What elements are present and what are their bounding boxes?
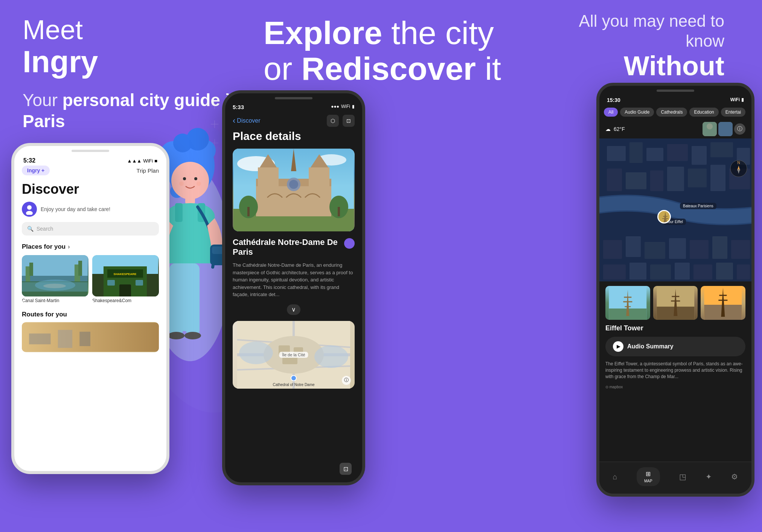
bottom-nav: ⌂ ⊞ MAP ◳ ✦ ⚙	[599, 462, 751, 494]
favorite-dot[interactable]	[344, 238, 355, 249]
svg-rect-120	[710, 165, 725, 191]
search-icon: 🔍	[27, 226, 34, 232]
place-description: The Cathédrale Notre-Dame de Paris, an e…	[225, 261, 362, 304]
svg-rect-82	[258, 167, 279, 213]
svg-point-88	[289, 180, 298, 189]
wifi-icon-center: WiFi	[341, 104, 350, 110]
notch-bar-right	[657, 90, 694, 92]
nav-bookmarks[interactable]: ◳	[679, 472, 686, 481]
eiffel-thumb-3[interactable]	[701, 286, 745, 320]
wifi-icon: WiFi	[143, 158, 153, 164]
svg-rect-132	[675, 263, 690, 280]
share-icon[interactable]: ⬡	[327, 115, 339, 127]
phone-left: 5:32 ▲▲▲ WiFi ■ Ingry + Trip Plan Discov…	[11, 143, 169, 474]
ingry-badge[interactable]: Ingry +	[22, 166, 50, 175]
map-nav-label: MAP	[644, 479, 652, 483]
eiffel-thumb-2[interactable]	[653, 286, 698, 320]
phone-left-shell: 5:32 ▲▲▲ WiFi ■ Ingry + Trip Plan Discov…	[11, 143, 169, 474]
notch-bar-center	[275, 97, 312, 99]
signal-icon: ▲▲▲	[127, 158, 142, 164]
info-icon-right[interactable]: ⓘ	[734, 123, 745, 135]
svg-rect-128	[731, 240, 750, 259]
svg-rect-42	[175, 203, 183, 222]
phone-right-shell: 15:30 WiFi ▮ All Audio Guide Cathedrals …	[596, 83, 754, 497]
svg-rect-109	[629, 142, 643, 163]
places-section-title: Places for you ›	[22, 243, 159, 251]
status-bar-right: 15:30 WiFi ▮	[599, 94, 751, 105]
trip-plan-btn[interactable]: Trip Plan	[137, 167, 159, 174]
avatar	[22, 202, 37, 217]
tab-entertainment[interactable]: Entertai	[721, 108, 745, 117]
center-hero-section: Explore the city or Rediscover it	[264, 15, 501, 86]
expand-button[interactable]: ∨	[225, 304, 362, 321]
battery-icon-center: ▮	[352, 104, 355, 110]
svg-rect-113	[710, 142, 733, 157]
map-preview[interactable]: Île de la Cité ⓘ Cathedral of Notre Dame	[233, 321, 355, 389]
map-info-icon[interactable]: ⓘ	[342, 376, 351, 385]
map-label-bateaux: Bateaux Parisiens	[680, 203, 716, 209]
audio-summary-button[interactable]: ▶ Audio Summary	[605, 337, 745, 356]
svg-rect-111	[667, 144, 688, 161]
settings-icon: ⚙	[731, 472, 738, 481]
svg-rect-73	[58, 330, 72, 348]
nav-settings[interactable]: ⚙	[731, 472, 738, 481]
place-name: Cathédrale Notre-Dame De Paris	[233, 237, 338, 257]
canal-image	[22, 255, 88, 296]
eiffel-pin[interactable]	[657, 210, 671, 223]
svg-rect-126	[690, 240, 709, 259]
place-card-1[interactable]: Canal Saint-Martin	[22, 255, 88, 303]
tab-audio-guide[interactable]: Audio Guide	[620, 108, 654, 117]
svg-rect-83	[309, 167, 329, 213]
mapbox-logo-icon: ⊙	[605, 385, 608, 389]
map-view[interactable]: N Bateaux Parisiens Tour Eiffel	[599, 138, 751, 281]
tab-all[interactable]: All	[604, 108, 618, 117]
cloud-icon: ☁	[605, 126, 611, 132]
nav-explore[interactable]: ✦	[706, 472, 712, 481]
nav-map[interactable]: ⊞ MAP	[637, 467, 660, 486]
home-icon: ⌂	[613, 473, 617, 481]
place-card-2[interactable]: SHAKESPEARE Shakespeare&Com	[92, 255, 159, 303]
svg-text:N: N	[737, 161, 740, 165]
map-bottom-label: Cathedral of Notre Dame	[273, 383, 314, 387]
bookmark-icon: ◳	[679, 472, 686, 481]
map-nav-icon: ⊞	[646, 470, 651, 477]
map-city-label: Île de la Cité	[279, 352, 308, 358]
back-arrow-icon: ‹	[233, 116, 235, 126]
svg-rect-46	[186, 293, 200, 335]
back-label: Discover	[237, 117, 260, 124]
svg-point-51	[27, 205, 32, 210]
wifi-icon-right: WiFi	[730, 97, 740, 103]
svg-point-105	[707, 123, 713, 129]
tab-education[interactable]: Education	[689, 108, 718, 117]
subtitle-plain: Your	[23, 90, 58, 110]
svg-rect-106	[718, 122, 733, 136]
svg-rect-115	[607, 169, 622, 191]
svg-rect-72	[29, 333, 50, 344]
eiffel-description: The Eiffel Tower, a quintessential symbo…	[599, 361, 751, 383]
ar-icon[interactable]: ⊡	[340, 463, 352, 475]
svg-point-102	[239, 342, 273, 364]
eiffel-thumb-1[interactable]	[605, 286, 650, 320]
explore-icon: ✦	[706, 472, 712, 481]
weather-row: ☁ 62°F ⓘ	[599, 120, 751, 138]
explore-line: Explore the city	[264, 15, 501, 51]
camera-icon[interactable]: ⊡	[343, 115, 355, 127]
svg-rect-130	[629, 263, 646, 280]
svg-rect-118	[667, 167, 684, 191]
thumb-top-1	[703, 122, 717, 136]
svg-point-38	[194, 177, 197, 180]
battery-icon: ■	[154, 158, 157, 164]
place-name-row: Cathédrale Notre-Dame De Paris	[225, 237, 362, 261]
filter-tabs: All Audio Guide Cathedrals Education Ent…	[599, 105, 751, 120]
back-button[interactable]: ‹ Discover	[233, 116, 261, 126]
tab-cathedrals[interactable]: Cathedrals	[656, 108, 687, 117]
route-card[interactable]	[22, 322, 159, 352]
nav-home[interactable]: ⌂	[613, 473, 617, 481]
phone-center-shell: 5:33 ●●● WiFi ▮ ‹ Discover ⬡ ⊡ Place det…	[222, 90, 365, 485]
svg-point-48	[184, 332, 201, 339]
svg-point-37	[183, 177, 186, 180]
search-bar[interactable]: 🔍 Search	[22, 222, 159, 236]
svg-rect-116	[626, 172, 646, 189]
svg-point-39	[179, 181, 184, 186]
time-center: 5:33	[233, 104, 244, 110]
